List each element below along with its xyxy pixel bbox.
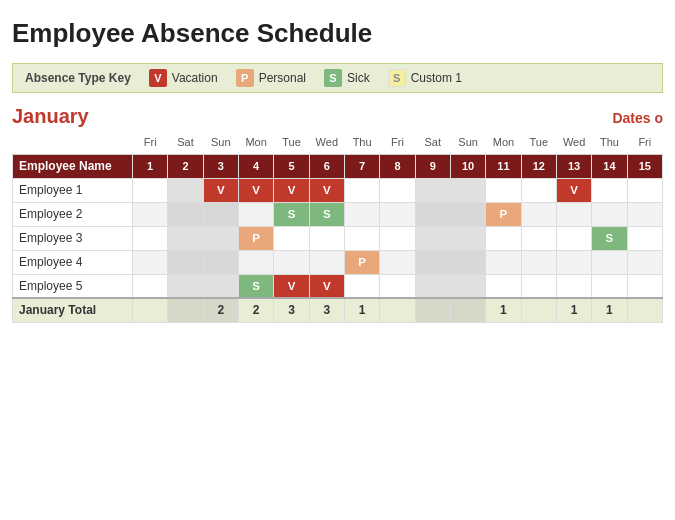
employee-name-cell: Employee 5 <box>13 274 133 298</box>
table-row: Employee 5SVV <box>13 274 663 298</box>
total-cell-1 <box>133 298 168 322</box>
dayname-col-1: Sat <box>168 130 203 154</box>
emp-col-header <box>13 130 133 154</box>
cell-employee2-3 <box>203 202 238 226</box>
cell-employee3-9 <box>415 226 450 250</box>
cell-employee4-13 <box>556 250 591 274</box>
cell-employee4-6 <box>309 250 344 274</box>
total-cell-13: 1 <box>556 298 591 322</box>
schedule-table: FriSatSunMonTueWedThuFriSatSunMonTueWedT… <box>12 130 663 323</box>
cell-employee2-10 <box>450 202 485 226</box>
cell-employee1-5: V <box>274 178 309 202</box>
cell-employee2-4 <box>238 202 273 226</box>
cell-employee3-15 <box>627 226 662 250</box>
cell-employee5-11 <box>486 274 521 298</box>
cell-employee3-2 <box>168 226 203 250</box>
cell-employee4-7: P <box>344 250 379 274</box>
legend-item-custom: S Custom 1 <box>388 69 462 87</box>
cell-employee4-4 <box>238 250 273 274</box>
date-col-14: 14 <box>592 154 627 178</box>
cell-employee3-4: P <box>238 226 273 250</box>
date-col-4: 4 <box>238 154 273 178</box>
cell-employee3-6 <box>309 226 344 250</box>
cell-employee5-5: V <box>274 274 309 298</box>
cell-employee3-11 <box>486 226 521 250</box>
cell-employee2-14 <box>592 202 627 226</box>
employee-name-header: Employee Name <box>13 154 133 178</box>
cell-employee4-10 <box>450 250 485 274</box>
dayname-col-5: Wed <box>309 130 344 154</box>
date-col-8: 8 <box>380 154 415 178</box>
date-col-7: 7 <box>344 154 379 178</box>
employee-name-cell: Employee 2 <box>13 202 133 226</box>
cell-employee5-3 <box>203 274 238 298</box>
legend-bar: Absence Type Key V Vacation P Personal S… <box>12 63 663 93</box>
cell-employee1-10 <box>450 178 485 202</box>
dayname-col-0: Fri <box>133 130 168 154</box>
dayname-col-2: Sun <box>203 130 238 154</box>
month-label: January <box>12 105 89 128</box>
sick-badge: S <box>324 69 342 87</box>
date-col-5: 5 <box>274 154 309 178</box>
total-cell-12 <box>521 298 556 322</box>
custom-label: Custom 1 <box>411 71 462 85</box>
cell-employee2-8 <box>380 202 415 226</box>
cell-employee1-3: V <box>203 178 238 202</box>
cell-employee2-9 <box>415 202 450 226</box>
row-dates: Employee Name 123456789101112131415 <box>13 154 663 178</box>
cell-employee3-5 <box>274 226 309 250</box>
table-row: Employee 3PS <box>13 226 663 250</box>
row-daynames: FriSatSunMonTueWedThuFriSatSunMonTueWedT… <box>13 130 663 154</box>
cell-employee3-8 <box>380 226 415 250</box>
total-cell-11: 1 <box>486 298 521 322</box>
dayname-col-10: Mon <box>486 130 521 154</box>
cell-employee4-8 <box>380 250 415 274</box>
cell-employee5-13 <box>556 274 591 298</box>
cell-employee5-9 <box>415 274 450 298</box>
cell-employee5-6: V <box>309 274 344 298</box>
dayname-col-11: Tue <box>521 130 556 154</box>
legend-item-sick: S Sick <box>324 69 370 87</box>
total-cell-15 <box>627 298 662 322</box>
vacation-badge: V <box>149 69 167 87</box>
employee-name-cell: Employee 1 <box>13 178 133 202</box>
date-col-11: 11 <box>486 154 521 178</box>
total-cell-14: 1 <box>592 298 627 322</box>
cell-employee5-7 <box>344 274 379 298</box>
dayname-col-8: Sat <box>415 130 450 154</box>
schedule-tbody: Employee 1VVVVVEmployee 2SSPEmployee 3PS… <box>13 178 663 322</box>
legend-item-personal: P Personal <box>236 69 306 87</box>
table-row: Employee 4P <box>13 250 663 274</box>
page-container: Employee Absence Schedule Absence Type K… <box>0 0 675 333</box>
cell-employee1-14 <box>592 178 627 202</box>
date-col-12: 12 <box>521 154 556 178</box>
total-cell-6: 3 <box>309 298 344 322</box>
dayname-col-14: Fri <box>627 130 662 154</box>
date-col-1: 1 <box>133 154 168 178</box>
total-cell-10 <box>450 298 485 322</box>
dayname-col-4: Tue <box>274 130 309 154</box>
dayname-col-9: Sun <box>450 130 485 154</box>
cell-employee4-1 <box>133 250 168 274</box>
total-cell-5: 3 <box>274 298 309 322</box>
cell-employee2-13 <box>556 202 591 226</box>
cell-employee1-11 <box>486 178 521 202</box>
cell-employee4-5 <box>274 250 309 274</box>
cell-employee1-2 <box>168 178 203 202</box>
cell-employee2-5: S <box>274 202 309 226</box>
date-col-10: 10 <box>450 154 485 178</box>
legend-item-vacation: V Vacation <box>149 69 218 87</box>
date-col-3: 3 <box>203 154 238 178</box>
vacation-label: Vacation <box>172 71 218 85</box>
dayname-col-12: Wed <box>556 130 591 154</box>
total-label: January Total <box>13 298 133 322</box>
date-col-9: 9 <box>415 154 450 178</box>
cell-employee3-14: S <box>592 226 627 250</box>
employee-name-cell: Employee 4 <box>13 250 133 274</box>
cell-employee4-14 <box>592 250 627 274</box>
date-col-13: 13 <box>556 154 591 178</box>
total-cell-9 <box>415 298 450 322</box>
cell-employee2-2 <box>168 202 203 226</box>
cell-employee5-10 <box>450 274 485 298</box>
cell-employee1-4: V <box>238 178 273 202</box>
